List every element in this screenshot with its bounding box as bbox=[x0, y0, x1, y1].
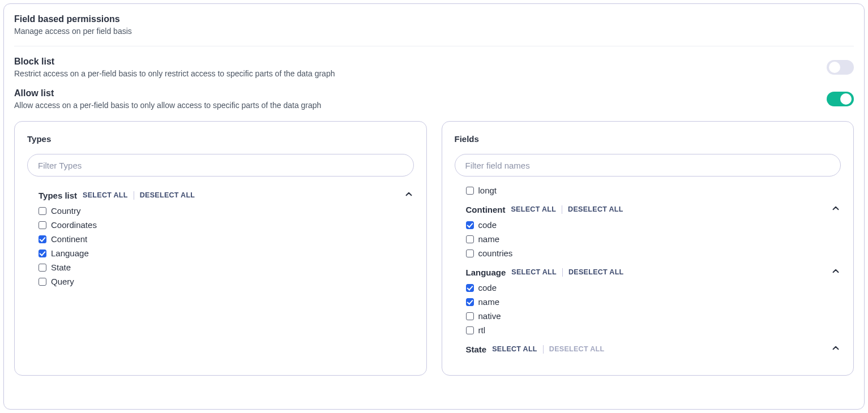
types-group-label: Types list bbox=[39, 191, 77, 200]
list-item: name bbox=[466, 297, 841, 307]
select-all-button[interactable]: SELECT ALL bbox=[492, 345, 537, 353]
select-all-button[interactable]: SELECT ALL bbox=[511, 205, 556, 213]
allow-list-toggle[interactable] bbox=[827, 92, 854, 106]
types-panel: Types Types list SELECT ALL DESELECT ALL… bbox=[14, 121, 427, 376]
list-item: rtl bbox=[466, 325, 841, 335]
types-filter-input[interactable] bbox=[27, 154, 414, 177]
list-item: Coordinates bbox=[39, 220, 414, 230]
allow-list-desc: Allow access on a per-field basis to onl… bbox=[14, 101, 827, 110]
item-label: name bbox=[478, 297, 500, 307]
item-label: Language bbox=[51, 248, 89, 258]
field-group-head: ContinentSELECT ALLDESELECT ALL bbox=[466, 203, 841, 216]
checkbox[interactable] bbox=[466, 235, 474, 243]
list-item: State bbox=[39, 263, 414, 272]
fields-filter-input[interactable] bbox=[455, 154, 841, 177]
block-list-toggle[interactable] bbox=[827, 60, 854, 75]
item-label: code bbox=[478, 220, 497, 230]
checkbox[interactable] bbox=[39, 207, 46, 215]
field-group-name: Language bbox=[466, 268, 506, 277]
divider bbox=[14, 46, 854, 46]
block-list-title: Block list bbox=[14, 57, 827, 67]
item-label: native bbox=[478, 311, 501, 321]
list-item: countries bbox=[466, 248, 841, 258]
checkbox[interactable] bbox=[39, 249, 46, 257]
fields-panel-title: Fields bbox=[455, 134, 841, 144]
chevron-up-icon[interactable] bbox=[831, 343, 841, 355]
field-group-name: State bbox=[466, 345, 487, 354]
types-select-all-button[interactable]: SELECT ALL bbox=[83, 191, 128, 199]
list-item: name bbox=[466, 234, 841, 244]
types-scroll: Types list SELECT ALL DESELECT ALL Count… bbox=[27, 181, 414, 363]
checkbox[interactable] bbox=[466, 249, 474, 257]
item-label: countries bbox=[478, 248, 513, 258]
deselect-all-button[interactable]: DESELECT ALL bbox=[568, 205, 623, 213]
divider bbox=[134, 191, 134, 200]
list-item: Country bbox=[39, 206, 414, 216]
checkbox[interactable] bbox=[39, 235, 46, 243]
list-item: Continent bbox=[39, 234, 414, 244]
item-label: Continent bbox=[51, 234, 87, 244]
item-label: State bbox=[51, 263, 71, 272]
select-all-button[interactable]: SELECT ALL bbox=[511, 268, 557, 276]
types-group-head: Types list SELECT ALL DESELECT ALL bbox=[39, 189, 414, 201]
types-deselect-all-button[interactable]: DESELECT ALL bbox=[140, 191, 195, 199]
deselect-all-button[interactable]: DESELECT ALL bbox=[549, 345, 605, 353]
page-title: Field based permissions bbox=[14, 14, 854, 24]
field-group-name: Continent bbox=[466, 205, 506, 214]
allow-list-row: Allow list Allow access on a per-field b… bbox=[14, 86, 854, 112]
block-list-row: Block list Restrict access on a per-fiel… bbox=[14, 54, 854, 80]
list-item: code bbox=[466, 283, 841, 292]
checkbox[interactable] bbox=[39, 278, 46, 286]
divider bbox=[562, 268, 563, 277]
field-group-head: LanguageSELECT ALLDESELECT ALL bbox=[466, 266, 841, 278]
chevron-up-icon[interactable] bbox=[831, 266, 841, 278]
checkbox[interactable] bbox=[466, 187, 474, 195]
types-panel-title: Types bbox=[27, 134, 414, 144]
item-label: rtl bbox=[478, 325, 486, 335]
allow-list-title: Allow list bbox=[14, 88, 827, 98]
divider bbox=[562, 205, 562, 214]
item-label: Coordinates bbox=[51, 220, 97, 230]
fields-panel: Fields longt ContinentSELECT ALLDESELECT… bbox=[442, 121, 854, 376]
item-label: Country bbox=[51, 206, 81, 216]
list-item: Query bbox=[39, 277, 414, 286]
field-group-head: StateSELECT ALLDESELECT ALL bbox=[466, 343, 841, 355]
checkbox[interactable] bbox=[466, 312, 474, 320]
divider bbox=[543, 345, 544, 354]
chevron-up-icon[interactable] bbox=[404, 189, 414, 201]
item-label: name bbox=[478, 234, 500, 244]
deselect-all-button[interactable]: DESELECT ALL bbox=[568, 268, 624, 276]
chevron-up-icon[interactable] bbox=[831, 203, 841, 216]
item-label: longt bbox=[478, 186, 497, 195]
checkbox[interactable] bbox=[39, 221, 46, 229]
item-label: Query bbox=[51, 277, 74, 286]
checkbox[interactable] bbox=[466, 298, 474, 306]
list-item: native bbox=[466, 311, 841, 321]
checkbox[interactable] bbox=[466, 284, 474, 292]
list-item: longt bbox=[466, 186, 841, 195]
checkbox[interactable] bbox=[39, 264, 46, 272]
page-subtitle: Manage access on per field basis bbox=[14, 27, 854, 36]
fields-scroll[interactable]: longt ContinentSELECT ALLDESELECT ALLcod… bbox=[455, 181, 841, 363]
checkbox[interactable] bbox=[466, 326, 474, 334]
item-label: code bbox=[478, 283, 497, 292]
checkbox[interactable] bbox=[466, 221, 474, 229]
list-item: code bbox=[466, 220, 841, 230]
permissions-panel: Field based permissions Manage access on… bbox=[3, 3, 865, 410]
block-list-desc: Restrict access on a per-field basis to … bbox=[14, 69, 827, 78]
list-item: Language bbox=[39, 248, 414, 258]
